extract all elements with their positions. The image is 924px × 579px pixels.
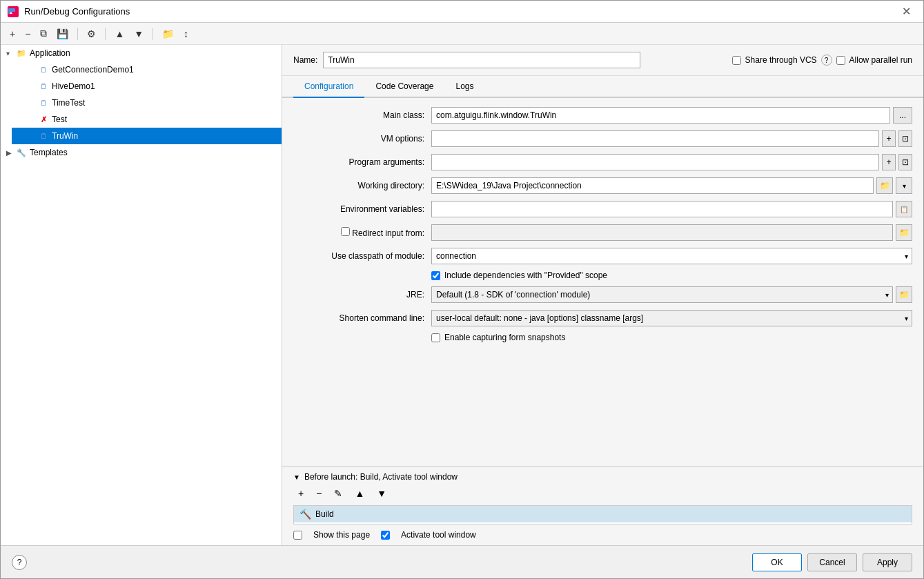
classpath-label: Use classpath of module: <box>293 251 431 261</box>
collapse-arrow[interactable]: ▼ <box>293 473 300 481</box>
launch-down-button[interactable]: ▼ <box>372 486 391 501</box>
templates-group[interactable]: ▶ 🔧 Templates <box>1 144 282 161</box>
working-dir-input[interactable] <box>431 177 874 194</box>
close-button[interactable]: ✕ <box>896 2 916 21</box>
main-class-browse-button[interactable]: ... <box>893 107 912 124</box>
program-args-input[interactable] <box>431 154 879 170</box>
cmd-line-select-wrapper: user-local default: none - java [options… <box>431 310 912 326</box>
share-area: Share through VCS ? Allow parallel run <box>732 55 912 66</box>
jre-field: Default (1.8 - SDK of 'connection' modul… <box>431 286 912 303</box>
tree-item-truwin[interactable]: 🗒 TruWin <box>12 128 282 144</box>
move-down-button[interactable]: ▼ <box>130 26 147 41</box>
prog-expand2-button[interactable]: ⊡ <box>898 154 912 170</box>
main-class-label: Main class: <box>293 110 431 120</box>
working-dir-label: Working directory: <box>293 181 431 190</box>
remove-config-button[interactable]: − <box>21 26 34 41</box>
working-dir-dropdown-button[interactable]: ▾ <box>896 177 912 194</box>
tree-label-4: Test <box>52 115 67 124</box>
vm-options-field: + ⊡ <box>431 130 912 147</box>
save-config-button[interactable]: 💾 <box>53 26 72 41</box>
env-vars-browse-button[interactable]: 📋 <box>896 201 912 217</box>
redirect-field: 📁 <box>431 224 912 241</box>
show-page-checkbox[interactable] <box>293 531 302 540</box>
file-icon-3: 🗒 <box>38 97 49 108</box>
wrench-icon: 🔧 <box>16 147 27 158</box>
env-vars-row: Environment variables: 📋 <box>293 200 912 218</box>
program-args-row: Program arguments: + ⊡ <box>293 153 912 171</box>
working-dir-browse-button[interactable]: 📁 <box>876 177 893 194</box>
build-label: Build <box>315 509 334 519</box>
toolbar-sep-3 <box>153 28 153 40</box>
tree-item-time[interactable]: 🗒 TimeTest <box>12 95 282 111</box>
launch-list: 🔨 Build <box>293 505 912 524</box>
redirect-browse-button[interactable]: 📁 <box>896 224 912 241</box>
app-icon <box>8 6 19 17</box>
prog-expand-button[interactable]: + <box>882 154 896 170</box>
classpath-row: Use classpath of module: connection <box>293 247 912 265</box>
sort-button[interactable]: ↕ <box>180 26 192 41</box>
build-icon: 🔨 <box>299 509 311 520</box>
share-help-icon[interactable]: ? <box>821 55 832 66</box>
name-input[interactable] <box>323 52 640 68</box>
window: Run/Debug Configurations ✕ + − ⧉ 💾 ⚙ ▲ ▼… <box>0 0 924 579</box>
launch-add-button[interactable]: + <box>293 486 308 501</box>
cmd-line-select[interactable]: user-local default: none - java [options… <box>431 310 912 326</box>
launch-up-button[interactable]: ▲ <box>350 486 369 501</box>
jre-select[interactable]: Default (1.8 - SDK of 'connection' modul… <box>431 286 893 303</box>
application-children: 🗒 GetConnectionDemo1 🗒 HiveDemo1 🗒 TimeT… <box>1 61 282 144</box>
help-button[interactable]: ? <box>12 555 27 570</box>
cancel-button[interactable]: Cancel <box>807 553 857 571</box>
left-panel: ▾ 📁 Application 🗒 GetConnectionDemo1 🗒 H… <box>1 45 282 545</box>
tab-configuration[interactable]: Configuration <box>293 76 364 98</box>
redirect-input[interactable] <box>431 224 893 241</box>
main-class-input[interactable] <box>431 107 890 124</box>
tab-code-coverage[interactable]: Code Coverage <box>364 76 444 98</box>
include-deps-row: Include dependencies with "Provided" sco… <box>293 271 912 280</box>
apply-button[interactable]: Apply <box>863 553 912 571</box>
ok-button[interactable]: OK <box>752 553 802 571</box>
program-args-label: Program arguments: <box>293 157 431 167</box>
move-up-button[interactable]: ▲ <box>111 26 128 41</box>
tab-logs[interactable]: Logs <box>444 76 484 98</box>
file-icon-5: 🗒 <box>38 130 49 141</box>
vm-options-row: VM options: + ⊡ <box>293 130 912 148</box>
main-class-field: ... <box>431 107 912 124</box>
footer: ? OK Cancel Apply <box>1 545 923 578</box>
vm-expand2-button[interactable]: ⊡ <box>898 130 912 147</box>
form-snapshots-checkbox[interactable] <box>431 333 440 342</box>
redirect-checkbox[interactable] <box>341 227 350 236</box>
redirect-label: Redirect input from: <box>293 227 431 238</box>
settings-button[interactable]: ⚙ <box>83 26 99 41</box>
tree-item-get-connection[interactable]: 🗒 GetConnectionDemo1 <box>12 61 282 78</box>
main-class-row: Main class: ... <box>293 106 912 124</box>
env-vars-label: Environment variables: <box>293 204 431 214</box>
launch-build-item[interactable]: 🔨 Build <box>294 506 912 522</box>
vm-options-input[interactable] <box>431 130 879 147</box>
copy-config-button[interactable]: ⧉ <box>37 26 50 41</box>
cmd-line-row: Shorten command line: user-local default… <box>293 309 912 327</box>
parallel-run-checkbox[interactable] <box>836 56 845 65</box>
vm-expand-button[interactable]: + <box>882 130 896 147</box>
classpath-select[interactable]: connection <box>431 248 912 264</box>
jre-select-wrapper: Default (1.8 - SDK of 'connection' modul… <box>431 286 893 303</box>
folder-button[interactable]: 📁 <box>159 26 177 41</box>
file-icon-2: 🗒 <box>38 81 49 92</box>
application-group[interactable]: ▾ 📁 Application <box>1 45 282 61</box>
add-config-button[interactable]: + <box>6 26 19 41</box>
include-deps-checkbox[interactable] <box>431 271 440 280</box>
share-vcs-checkbox[interactable] <box>732 56 741 65</box>
launch-remove-button[interactable]: − <box>311 486 326 501</box>
launch-edit-button[interactable]: ✎ <box>329 486 347 501</box>
tree-item-test[interactable]: ✗ Test <box>12 111 282 128</box>
activate-tool-window-checkbox[interactable] <box>381 531 390 540</box>
toolbar-sep-1 <box>77 28 78 40</box>
main-toolbar: + − ⧉ 💾 ⚙ ▲ ▼ 📁 ↕ <box>1 23 923 45</box>
tree-label-2: HiveDemo1 <box>52 81 95 91</box>
tree-item-hive[interactable]: 🗒 HiveDemo1 <box>12 78 282 95</box>
env-vars-field: 📋 <box>431 201 912 217</box>
tree-label-5: TruWin <box>52 131 78 141</box>
activate-tool-window-label: Activate tool window <box>401 530 476 540</box>
tree-label-1: GetConnectionDemo1 <box>52 65 134 75</box>
jre-browse-button[interactable]: 📁 <box>896 286 912 303</box>
env-vars-input[interactable] <box>431 201 893 217</box>
